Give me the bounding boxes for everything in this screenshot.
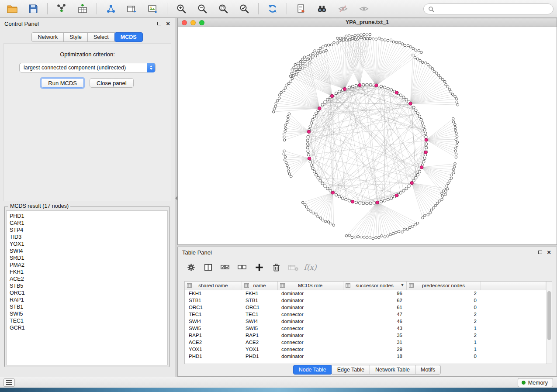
show-details-button[interactable] (356, 2, 372, 16)
table-scrollbar[interactable] (546, 282, 552, 364)
table-row[interactable]: ORC1ORC1dominator610 (185, 304, 546, 311)
table-row[interactable]: SWI5SWI5connector431 (185, 325, 546, 332)
search-input[interactable] (437, 6, 549, 12)
import-table-button[interactable] (75, 2, 90, 16)
table-row[interactable]: RAP1RAP1dominator352 (185, 332, 546, 339)
cell-shared-name: ACE2 (185, 339, 242, 346)
result-node-item[interactable]: STP4 (10, 227, 164, 234)
select-all-button[interactable] (218, 261, 232, 274)
refresh-network-button[interactable] (265, 2, 280, 16)
column-header-successor-nodes[interactable]: successor nodes ▾ (343, 282, 406, 290)
close-panel-icon[interactable]: × (166, 20, 170, 28)
tab-edge-table[interactable]: Edge Table (332, 365, 370, 375)
sort-chevron-icon[interactable]: ▾ (401, 282, 403, 287)
export-table-button[interactable] (124, 2, 140, 16)
tab-style[interactable]: Style (63, 32, 88, 42)
function-builder-button[interactable]: f(x) (303, 261, 317, 274)
result-node-item[interactable]: ORC1 (10, 289, 164, 296)
cell-predecessor-nodes: 2 (406, 332, 481, 339)
zoom-selected-button[interactable] (215, 2, 231, 16)
result-node-item[interactable]: ACE2 (10, 275, 164, 282)
table-row[interactable]: ACE2ACE2connector311 (185, 339, 546, 346)
zoom-selected-icon (218, 3, 228, 14)
search-network-button[interactable] (314, 2, 330, 16)
toolbar-separator (47, 3, 48, 14)
close-panel-icon[interactable]: × (547, 248, 551, 256)
cell-shared-name: PHD1 (185, 353, 242, 360)
open-folder-button[interactable] (4, 2, 20, 16)
control-panel: Control Panel × Network Style Select MCD… (0, 18, 175, 377)
table-row[interactable]: TEC1TEC1connector472 (185, 311, 546, 318)
import-network-button[interactable] (54, 2, 69, 16)
cell-mcds-role: connector (277, 346, 343, 353)
column-header-predecessor-nodes[interactable]: predecessor nodes (406, 282, 481, 290)
column-header-name[interactable]: name (242, 282, 277, 290)
memory-button[interactable]: Memory (518, 378, 553, 387)
tab-select[interactable]: Select (87, 32, 115, 42)
result-node-item[interactable]: STB1 (10, 303, 164, 310)
mcds-result-list[interactable]: PHD1CAR1STP4TID3YOX1SWI4SRD1PMA2FKH1ACE2… (6, 210, 168, 365)
deselect-all-button[interactable] (235, 261, 249, 274)
result-node-item[interactable]: GCR1 (10, 324, 164, 331)
float-panel-icon[interactable] (538, 251, 542, 254)
result-node-item[interactable]: SWI5 (10, 310, 164, 317)
close-panel-button[interactable]: Close panel (90, 78, 134, 88)
table-row[interactable]: PHD1PHD1dominator180 (185, 353, 546, 360)
tab-mcds[interactable]: MCDS (114, 32, 143, 42)
network-view-window: YPA_prune.txt_1 (177, 18, 557, 245)
control-panel-header: Control Panel × (0, 18, 175, 29)
network-graph[interactable] (178, 27, 557, 244)
traffic-close-button[interactable] (182, 20, 187, 25)
result-node-item[interactable]: FKH1 (10, 268, 164, 275)
result-node-item[interactable]: TID3 (10, 234, 164, 241)
result-node-item[interactable]: SRD1 (10, 254, 164, 261)
result-node-item[interactable]: PHD1 (10, 213, 164, 220)
show-panels-button[interactable] (3, 378, 15, 387)
result-node-item[interactable]: CAR1 (10, 220, 164, 227)
save-button[interactable] (25, 2, 41, 16)
run-mcds-button[interactable]: Run MCDS (41, 78, 84, 88)
zoom-fit-button[interactable] (236, 2, 252, 16)
network-search-box[interactable] (423, 3, 554, 14)
network-window-titlebar[interactable]: YPA_prune.txt_1 (178, 18, 557, 27)
result-node-item[interactable]: RAP1 (10, 296, 164, 303)
result-node-item[interactable]: STB5 (10, 282, 164, 289)
network-nodes[interactable] (272, 33, 459, 240)
export-network-button[interactable] (103, 2, 119, 16)
tab-motifs[interactable]: Motifs (415, 365, 441, 375)
column-header-mcds-role[interactable]: MCDS role (277, 282, 343, 290)
table-row[interactable]: SWI4SWI4dominator462 (185, 318, 546, 325)
column-header-shared-name[interactable]: shared name (185, 282, 242, 290)
delete-columns-button[interactable] (269, 261, 283, 274)
traffic-zoom-button[interactable] (199, 20, 204, 25)
show-columns-button[interactable] (201, 261, 215, 274)
result-node-item[interactable]: YOX1 (10, 241, 164, 248)
node-table-body: FKH1FKH1dominator962STB1STB1dominator620… (185, 290, 546, 360)
float-panel-icon[interactable] (157, 22, 161, 25)
scrollbar-thumb[interactable] (547, 291, 551, 340)
zoom-out-button[interactable] (194, 2, 210, 16)
tab-node-table[interactable]: Node Table (293, 365, 332, 375)
result-node-item[interactable]: PMA2 (10, 261, 164, 268)
optimization-criterion-select[interactable]: largest connected component (undirected) (19, 63, 156, 72)
network-canvas[interactable] (178, 27, 557, 244)
table-panel-header: Table Panel × (178, 247, 557, 258)
delete-table-button[interactable] (286, 261, 300, 274)
tab-network[interactable]: Network (31, 32, 64, 42)
traffic-minimize-button[interactable] (190, 20, 196, 25)
cell-name: ACE2 (242, 339, 277, 346)
table-mode-button[interactable] (184, 261, 198, 274)
export-image-button[interactable] (145, 2, 161, 16)
cell-successor-nodes: 29 (343, 346, 406, 353)
cell-shared-name: TEC1 (185, 311, 242, 318)
result-node-item[interactable]: SWI4 (10, 248, 164, 254)
zoom-in-button[interactable] (173, 2, 189, 16)
table-row[interactable]: FKH1FKH1dominator962 (185, 290, 546, 297)
create-column-button[interactable] (252, 261, 266, 274)
table-row[interactable]: STB1STB1dominator620 (185, 297, 546, 304)
result-node-item[interactable]: TEC1 (10, 317, 164, 324)
clone-network-button[interactable] (293, 2, 309, 16)
tab-network-table[interactable]: Network Table (370, 365, 415, 375)
hide-details-button[interactable] (335, 2, 351, 16)
table-row[interactable]: YOX1YOX1connector291 (185, 346, 546, 353)
